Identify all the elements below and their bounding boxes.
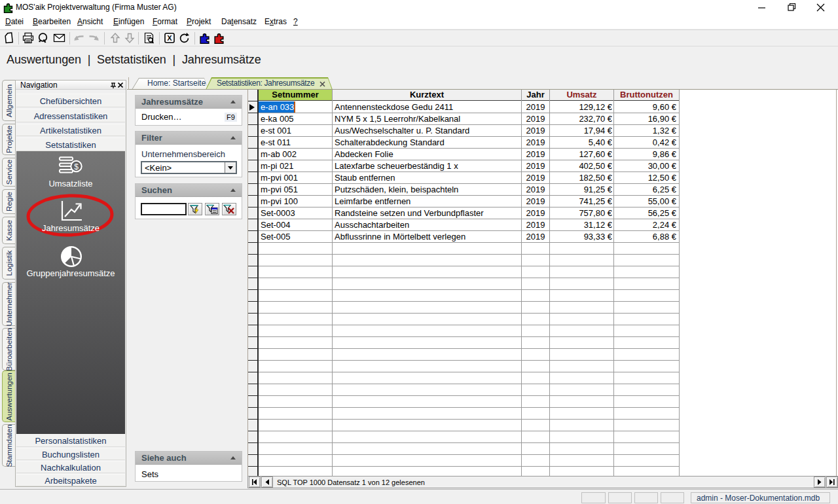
svg-text:$: $ bbox=[74, 162, 79, 171]
svg-text:X: X bbox=[167, 34, 172, 42]
